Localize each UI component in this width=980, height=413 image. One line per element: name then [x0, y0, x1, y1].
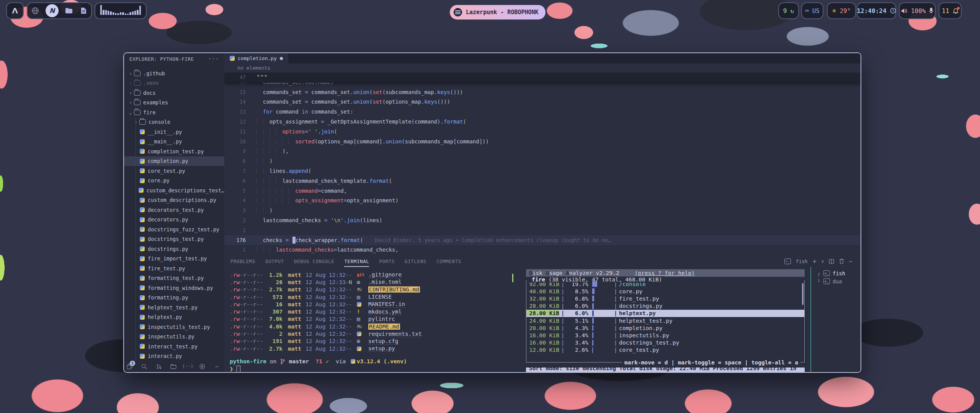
shell-input-line[interactable]: ❯	[230, 366, 240, 372]
dua-scrollbar[interactable]	[802, 283, 804, 305]
new-terminal-icon[interactable]: +	[813, 258, 817, 265]
dua-pane[interactable]: Disk Usage Analyzer v2.29.2 (press ? for…	[526, 269, 805, 373]
dua-file-list[interactable]: fire (38 visible, 47 total, 468.00 KiB) …	[526, 280, 805, 363]
tree-item-core-test-py[interactable]: core_test.py	[124, 166, 224, 176]
dua-row-fire-test-py[interactable]: 32.00 KiB|6.8%|fire_test.py	[526, 295, 804, 302]
code-line[interactable]: 11options=' '.join(	[224, 127, 861, 137]
updates-indicator[interactable]: 9 ↻	[778, 2, 799, 19]
file-name[interactable]: setup.py	[368, 345, 395, 352]
tree-item--init-py[interactable]: __init__.py	[124, 127, 224, 137]
tree-item-decorators-py[interactable]: decorators.py	[124, 215, 224, 225]
tree-item-completion-test-py[interactable]: completion_test.py	[124, 146, 224, 156]
tree-item-completion-py[interactable]: completion.py	[124, 156, 224, 166]
breadcrumb[interactable]: no elements	[224, 63, 861, 72]
panel-tab-output[interactable]: OUTPUT	[265, 255, 284, 267]
explorer-view-icon[interactable]: 1	[126, 363, 133, 370]
split-terminal-icon[interactable]	[829, 259, 834, 264]
globe-icon[interactable]	[31, 7, 39, 15]
code-line[interactable]: 10sorted(options_map[command].union(subc…	[224, 137, 861, 146]
tree-item--github[interactable]: ›.github	[124, 68, 224, 78]
dua-row-helptext-test-py[interactable]: 24.00 KiB|5.1%|helptext_test.py	[526, 317, 804, 324]
file-name[interactable]: .gitignore	[368, 272, 402, 278]
panel-tab-ports[interactable]: PORTS	[379, 255, 395, 267]
code-line[interactable]: 1lastcommand_checks=lastcommand_checks,	[224, 245, 861, 255]
tree-item-interact-py[interactable]: interact.py	[124, 351, 224, 361]
tree-item-docs[interactable]: ›docs	[124, 88, 224, 98]
tree-item-inspectutils-test-py[interactable]: inspectutils_test.py	[124, 322, 224, 332]
code-line[interactable]: 2lastcommand_checks = '\n'.join(lines)	[224, 215, 861, 225]
now-playing-pill[interactable]: Lazerpunk - ROBOPHONK	[450, 5, 546, 20]
code-line[interactable]: 5command=command,	[224, 186, 861, 196]
more-views-icon[interactable]: ⋯	[214, 363, 220, 370]
terminal-scrollbar[interactable]	[512, 274, 513, 282]
tree-item--main-py[interactable]: __main__.py	[124, 137, 224, 147]
code-line[interactable]: 14commands_set = commands_set.union(set(…	[224, 97, 861, 107]
panel-tab-comments[interactable]: COMMENTS	[436, 255, 461, 267]
folder-icon[interactable]	[65, 7, 73, 15]
chevron-down-icon[interactable]: ∨	[822, 259, 824, 264]
code-line[interactable]: 9),	[224, 146, 861, 156]
tree-item--venv[interactable]: ›.venv	[124, 78, 224, 88]
terminal-list-item-fish[interactable]: ┌>_fish	[817, 269, 859, 277]
file-name[interactable]: CONTRIBUTING.md	[368, 286, 420, 293]
explorer-more-icon[interactable]: ···	[208, 55, 219, 62]
clock-indicator[interactable]: 12:40:24	[857, 2, 896, 19]
trash-icon[interactable]	[839, 259, 844, 264]
tree-item-fire[interactable]: ⌄fire	[124, 107, 224, 117]
launcher-button[interactable]: Λ	[6, 2, 24, 19]
modified-dot-icon[interactable]	[280, 57, 283, 60]
workspace-switcher[interactable]: N	[27, 2, 92, 19]
code-line[interactable]: 1	[224, 225, 861, 235]
tree-item-decorators-test-py[interactable]: decorators_test.py	[124, 205, 224, 215]
code-line[interactable]: 12opts_assignment = _GetOptsAssignmentTe…	[224, 117, 861, 127]
audio-indicator[interactable]: 100%	[899, 2, 936, 19]
code-line[interactable]: 6lastcommand_check_template.format(	[224, 176, 861, 186]
tree-item-custom-descriptions-test-[interactable]: custom_descriptions_test…	[124, 185, 224, 195]
tree-item-core-py[interactable]: core.py	[124, 176, 224, 186]
code-line[interactable]: 3)	[224, 205, 861, 215]
tree-item-fire-test-py[interactable]: fire_test.py	[124, 263, 224, 273]
code-line[interactable]: 176checks = check_wrapper.format(David B…	[224, 235, 861, 245]
tree-item-custom-descriptions-py[interactable]: custom_descriptions.py	[124, 195, 224, 205]
code-line[interactable]: 15commands_set = commands_set.union(set(…	[224, 87, 861, 97]
tree-item-docstrings-py[interactable]: docstrings.py	[124, 244, 224, 254]
neovim-workspace-icon[interactable]: N	[46, 4, 59, 17]
tree-item-inspectutils-py[interactable]: inspectutils.py	[124, 332, 224, 342]
file-name[interactable]: setup.cfg	[368, 338, 399, 345]
terminal-list-item-dua[interactable]: └>_dua	[817, 277, 859, 285]
shell-label[interactable]: fish	[796, 259, 808, 264]
code-line[interactable]: 4opts_assignment=opts_assignment)	[224, 196, 861, 206]
source-control-icon[interactable]	[170, 363, 176, 370]
file-name[interactable]: LICENSE	[368, 294, 392, 300]
dua-row-inspectutils-py[interactable]: 16.00 KiB|3.4%|inspectutils.py	[526, 332, 804, 339]
extensions-icon[interactable]: (··)	[185, 363, 191, 370]
tree-item-formatting-windows-py[interactable]: formatting_windows.py	[124, 283, 224, 293]
file-name[interactable]: mkdocs.yml	[368, 309, 402, 315]
run-debug-icon[interactable]	[155, 363, 162, 370]
panel-tab-debug-console[interactable]: DEBUG CONSOLE	[294, 255, 335, 267]
tree-item-docstrings-fuzz-test-py[interactable]: docstrings_fuzz_test.py	[124, 224, 224, 234]
file-icon[interactable]	[79, 7, 88, 15]
tree-item-fire-import-test-py[interactable]: fire_import_test.py	[124, 254, 224, 264]
dua-row-core-test-py[interactable]: 12.00 KiB|2.6%|core_test.py	[526, 346, 804, 354]
tab-completion-py[interactable]: completion.py	[224, 53, 288, 63]
run-task-icon[interactable]	[199, 363, 206, 370]
panel-tab-problems[interactable]: PROBLEMS	[230, 255, 255, 267]
dua-row-docstrings-py[interactable]: 28.00 KiB|6.0%|docstrings.py	[526, 302, 804, 310]
code-line[interactable]: 13for command in commands_set:	[224, 107, 861, 117]
tree-item-helptext-py[interactable]: helptext.py	[124, 312, 224, 322]
tree-item-interact-test-py[interactable]: interact_test.py	[124, 341, 224, 351]
notifications-indicator[interactable]: 11	[939, 2, 962, 19]
panel-tab-terminal[interactable]: TERMINAL	[344, 255, 369, 267]
dua-row-docstrings-test-py[interactable]: 16.00 KiB|3.4%|docstrings_test.py	[526, 339, 804, 346]
terminal-output[interactable]: .rw-r--r--1.2kmatt12 Aug 12:32--git.giti…	[230, 271, 513, 352]
dua-row-helptext-py[interactable]: 28.00 KiB|6.0%|helptext.py	[526, 310, 804, 317]
file-name[interactable]: pylintrc	[368, 316, 395, 322]
code-line[interactable]: 8)	[224, 156, 861, 166]
tree-item-helptext-test-py[interactable]: helptext_test.py	[124, 302, 224, 312]
weather-indicator[interactable]: ☀ 29°	[827, 2, 856, 19]
code-line[interactable]: 7lines.append(	[224, 166, 861, 176]
dua-row-completion-py[interactable]: 20.00 KiB|4.3%|completion.py	[526, 324, 804, 332]
file-name[interactable]: README.md	[368, 324, 400, 330]
tree-item-formatting-py[interactable]: formatting.py	[124, 293, 224, 303]
